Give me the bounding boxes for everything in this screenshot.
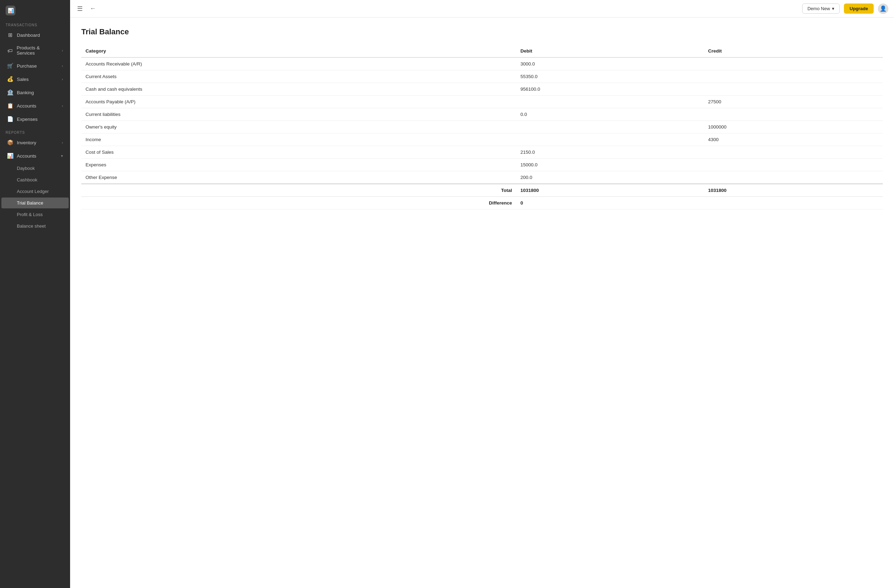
sidebar-sub-profit-loss[interactable]: Profit & Loss — [2, 209, 69, 220]
dropdown-chevron-icon: ▾ — [832, 6, 834, 11]
cell-credit — [704, 108, 883, 121]
table-row: Accounts Receivable (A/R) 3000.0 — [81, 57, 883, 70]
cell-debit — [516, 121, 704, 133]
table-row: Current liabilities 0.0 — [81, 108, 883, 121]
cell-category: Cost of Sales — [81, 146, 516, 159]
chevron-icon: › — [62, 77, 63, 81]
page-title: Trial Balance — [81, 27, 883, 36]
page-content: Trial Balance Category Debit Credit Acco… — [70, 18, 894, 588]
table-row: Cash and cash equivalents 956100.0 — [81, 83, 883, 96]
demo-new-button[interactable]: Demo New ▾ — [802, 3, 840, 14]
logo-icon: 📊 — [6, 6, 15, 15]
sidebar-item-dashboard[interactable]: ⊞ Dashboard — [2, 29, 69, 41]
sidebar-item-expenses[interactable]: 📄 Expenses — [2, 113, 69, 125]
cell-credit — [704, 146, 883, 159]
chevron-icon: › — [62, 104, 63, 108]
products-icon: 🏷 — [7, 48, 13, 54]
accounts-rpt-icon: 📊 — [7, 153, 13, 159]
sidebar-item-label: Expenses — [17, 117, 38, 122]
sidebar-item-label: Products & Services — [17, 45, 59, 56]
sidebar-item-inventory[interactable]: 📦 Inventory › — [2, 136, 69, 149]
total-label: Total — [81, 184, 516, 197]
inventory-icon: 📦 — [7, 139, 13, 146]
sidebar-sub-cashbook[interactable]: Cashbook — [2, 174, 69, 185]
upgrade-button[interactable]: Upgrade — [844, 3, 874, 14]
col-category: Category — [81, 45, 516, 57]
sidebar-item-sales[interactable]: 💰 Sales › — [2, 73, 69, 86]
cell-debit: 3000.0 — [516, 57, 704, 70]
main-area: ☰ ← Demo New ▾ Upgrade 👤 Trial Balance C… — [70, 0, 894, 588]
cell-credit — [704, 83, 883, 96]
sidebar-item-accounts-rpt[interactable]: 📊 Accounts ▾ — [2, 149, 69, 162]
cell-category: Income — [81, 133, 516, 146]
cell-credit: 27500 — [704, 96, 883, 108]
purchase-icon: 🛒 — [7, 63, 13, 69]
sidebar-item-label: Banking — [17, 90, 34, 95]
cell-category: Expenses — [81, 159, 516, 171]
cell-debit: 55350.0 — [516, 70, 704, 83]
trial-balance-table: Category Debit Credit Accounts Receivabl… — [81, 45, 883, 210]
sidebar-item-label: Accounts — [17, 103, 36, 109]
cell-debit: 0.0 — [516, 108, 704, 121]
back-icon[interactable]: ← — [88, 3, 97, 14]
table-row: Cost of Sales 2150.0 — [81, 146, 883, 159]
section-label-transactions: TRANSACTIONS — [0, 18, 70, 29]
cell-credit — [704, 159, 883, 171]
cell-credit: 1000000 — [704, 121, 883, 133]
table-row: Other Expense 200.0 — [81, 171, 883, 184]
sidebar-sub-account-ledger[interactable]: Account Ledger — [2, 186, 69, 197]
cell-credit — [704, 171, 883, 184]
cell-category: Current Assets — [81, 70, 516, 83]
sidebar-item-label: Dashboard — [17, 33, 40, 38]
chevron-icon: › — [62, 64, 63, 68]
banking-icon: 🏦 — [7, 89, 13, 96]
cell-debit: 200.0 — [516, 171, 704, 184]
sidebar-logo: 📊 — [0, 0, 70, 18]
cell-credit — [704, 70, 883, 83]
total-debit: 1031800 — [516, 184, 704, 197]
difference-credit — [704, 197, 883, 210]
cell-category: Current liabilities — [81, 108, 516, 121]
table-row: Income 4300 — [81, 133, 883, 146]
col-credit: Credit — [704, 45, 883, 57]
sidebar-item-banking[interactable]: 🏦 Banking — [2, 86, 69, 99]
menu-icon[interactable]: ☰ — [76, 3, 84, 14]
sidebar-item-label: Accounts — [17, 154, 36, 159]
total-credit: 1031800 — [704, 184, 883, 197]
table-row: Current Assets 55350.0 — [81, 70, 883, 83]
chevron-icon: › — [62, 48, 63, 53]
sidebar-item-label: Purchase — [17, 63, 37, 69]
sidebar-item-label: Sales — [17, 77, 29, 82]
cell-category: Accounts Receivable (A/R) — [81, 57, 516, 70]
sidebar-item-products-services[interactable]: 🏷 Products & Services › — [2, 42, 69, 59]
cell-debit — [516, 133, 704, 146]
difference-row: Difference 0 — [81, 197, 883, 210]
difference-value: 0 — [516, 197, 704, 210]
sidebar: 📊 TRANSACTIONS ⊞ Dashboard 🏷 Products & … — [0, 0, 70, 588]
cell-debit: 2150.0 — [516, 146, 704, 159]
chevron-icon: › — [62, 140, 63, 145]
sidebar-item-label: Inventory — [17, 140, 36, 145]
cell-category: Cash and cash equivalents — [81, 83, 516, 96]
cell-debit: 956100.0 — [516, 83, 704, 96]
sidebar-sub-trial-balance[interactable]: Trial Balance — [2, 198, 69, 208]
demo-new-label: Demo New — [808, 6, 830, 11]
sidebar-sub-balance-sheet[interactable]: Balance sheet — [2, 221, 69, 232]
table-row: Accounts Payable (A/P) 27500 — [81, 96, 883, 108]
cell-credit — [704, 57, 883, 70]
sidebar-sub-daybook[interactable]: Daybook — [2, 163, 69, 174]
cell-category: Other Expense — [81, 171, 516, 184]
cell-category: Owner's equity — [81, 121, 516, 133]
accounts-txn-icon: 📋 — [7, 103, 13, 109]
cell-category: Accounts Payable (A/P) — [81, 96, 516, 108]
total-row: Total 1031800 1031800 — [81, 184, 883, 197]
difference-label: Difference — [81, 197, 516, 210]
sidebar-item-purchase[interactable]: 🛒 Purchase › — [2, 60, 69, 72]
cell-credit: 4300 — [704, 133, 883, 146]
topbar: ☰ ← Demo New ▾ Upgrade 👤 — [70, 0, 894, 18]
sidebar-item-accounts-txn[interactable]: 📋 Accounts › — [2, 100, 69, 112]
cell-debit — [516, 96, 704, 108]
table-row: Owner's equity 1000000 — [81, 121, 883, 133]
user-avatar[interactable]: 👤 — [878, 3, 888, 14]
cell-debit: 15000.0 — [516, 159, 704, 171]
